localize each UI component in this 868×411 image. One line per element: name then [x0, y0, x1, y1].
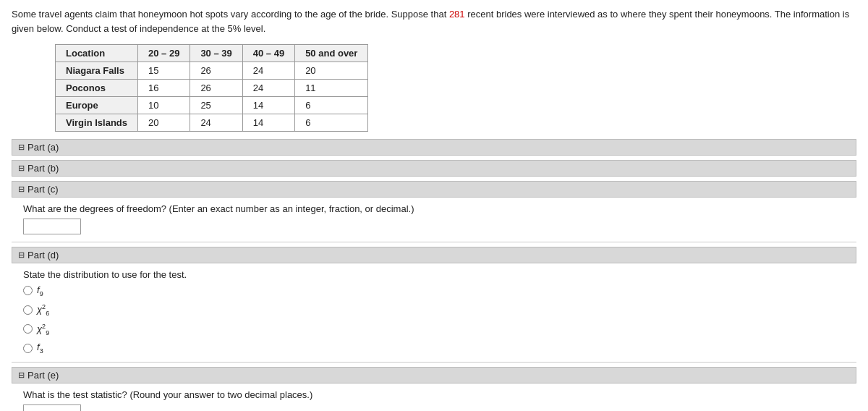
data-table: Location 20 – 29 30 – 39 40 – 49 50 and … [55, 44, 368, 132]
part-d-label: Part (d) [27, 250, 59, 260]
part-e-bar[interactable]: ⊟ Part (e) [12, 367, 856, 384]
highlight-number: 281 [449, 9, 465, 20]
cell-r3-c3: 14 [242, 114, 294, 132]
part-a-bar[interactable]: ⊟ Part (a) [12, 139, 856, 156]
radio-x2-6-label: χ26 [37, 303, 49, 317]
cell-r2-c1: 10 [138, 97, 190, 114]
part-e-toggle-icon: ⊟ [18, 370, 25, 380]
cell-r0-c3: 24 [242, 62, 294, 80]
col-header-location: Location [56, 45, 138, 62]
part-c-bar[interactable]: ⊟ Part (c) [12, 181, 856, 198]
radio-item-x2-9[interactable]: χ29 [23, 323, 845, 336]
col-header-20-29: 20 – 29 [138, 45, 190, 62]
radio-x2-6[interactable] [23, 305, 33, 315]
radio-item-f3[interactable]: f3 [23, 342, 845, 355]
cell-r2-c4: 6 [295, 97, 368, 114]
radio-item-x2-6[interactable]: χ26 [23, 303, 845, 317]
part-a-toggle-icon: ⊟ [18, 143, 25, 152]
col-header-50-over: 50 and over [295, 45, 368, 62]
part-d-bar[interactable]: ⊟ Part (d) [12, 247, 856, 263]
cell-r1-c3: 24 [242, 80, 294, 97]
radio-x2-9-label: χ29 [37, 323, 49, 336]
cell-r1-c4: 11 [295, 80, 368, 97]
part-c-question: What are the degrees of freedom? (Enter … [23, 203, 845, 214]
cell-r1-c1: 16 [138, 80, 190, 97]
cell-r2-c2: 25 [190, 97, 242, 114]
part-c-answer-input[interactable] [23, 219, 81, 234]
part-e-content: What is the test statistic? (Round your … [12, 384, 856, 411]
cell-r0-c1: 15 [138, 62, 190, 80]
table-row: Niagara Falls15262420 [56, 62, 368, 80]
col-header-30-39: 30 – 39 [190, 45, 242, 62]
part-e-answer-input[interactable] [23, 404, 81, 411]
radio-f9[interactable] [23, 286, 33, 295]
table-row: Poconos16262411 [56, 80, 368, 97]
cell-r0-c4: 20 [295, 62, 368, 80]
part-d-content: State the distribution to use for the te… [12, 263, 856, 363]
part-d-question: State the distribution to use for the te… [23, 269, 845, 280]
cell-r0-c0: Niagara Falls [56, 62, 138, 80]
radio-f3-label: f3 [37, 342, 43, 355]
cell-r1-c2: 26 [190, 80, 242, 97]
radio-f9-label: f9 [37, 284, 43, 297]
part-b-toggle-icon: ⊟ [18, 164, 25, 173]
part-e-question: What is the test statistic? (Round your … [23, 389, 845, 400]
part-b-bar[interactable]: ⊟ Part (b) [12, 160, 856, 177]
part-c-label: Part (c) [27, 184, 59, 195]
part-d-toggle-icon: ⊟ [18, 250, 25, 260]
cell-r3-c2: 24 [190, 114, 242, 132]
cell-r3-c1: 20 [138, 114, 190, 132]
intro-paragraph: Some travel agents claim that honeymoon … [12, 7, 856, 35]
cell-r1-c0: Poconos [56, 80, 138, 97]
table-row: Europe1025146 [56, 97, 368, 114]
intro-text-before: Some travel agents claim that honeymoon … [12, 9, 449, 20]
part-c-toggle-icon: ⊟ [18, 185, 25, 194]
cell-r0-c2: 26 [190, 62, 242, 80]
part-e-label: Part (e) [27, 370, 59, 381]
cell-r2-c3: 14 [242, 97, 294, 114]
radio-x2-9[interactable] [23, 324, 33, 334]
col-header-40-49: 40 – 49 [242, 45, 294, 62]
cell-r3-c4: 6 [295, 114, 368, 132]
part-a-label: Part (a) [27, 142, 59, 153]
radio-f3[interactable] [23, 344, 33, 353]
part-c-content: What are the degrees of freedom? (Enter … [12, 198, 856, 242]
radio-item-f9[interactable]: f9 [23, 284, 845, 297]
cell-r3-c0: Virgin Islands [56, 114, 138, 132]
cell-r2-c0: Europe [56, 97, 138, 114]
part-b-label: Part (b) [27, 163, 59, 174]
part-d-radio-group: f9 χ26 χ29 f3 [23, 284, 845, 355]
table-row: Virgin Islands2024146 [56, 114, 368, 132]
